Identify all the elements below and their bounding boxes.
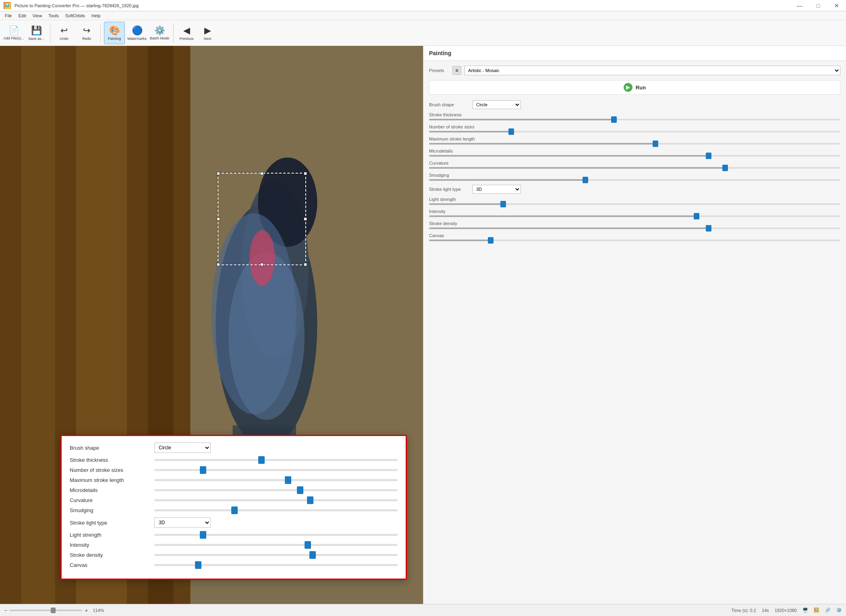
fp-canvas-slider[interactable] [154, 564, 398, 566]
close-button[interactable]: ✕ [827, 0, 846, 11]
fp-brush-shape-select[interactable]: Circle Square Diamond [154, 442, 211, 453]
minimize-button[interactable]: — [790, 0, 809, 11]
fp-stroke-light-select[interactable]: 3D Flat None [154, 517, 211, 528]
size-label: 14s [762, 608, 769, 613]
fp-brush-shape-row: Brush shape Circle Square Diamond [70, 442, 398, 453]
fp-stroke-light-row: Stroke light type 3D Flat None [70, 517, 398, 528]
add-files-button[interactable]: 📄 Add File(s)... [3, 22, 24, 44]
canvas-thumb[interactable] [488, 237, 494, 244]
run-button[interactable]: ▶ Run [429, 80, 840, 95]
light-strength-label: Light strength [429, 197, 840, 202]
curvature-container: Curvature [429, 161, 840, 169]
presets-label: Presets [429, 68, 449, 73]
stroke-light-type-row: Stroke light type 3D Flat None [429, 185, 840, 194]
fp-microdetails-slider[interactable] [154, 489, 398, 491]
stroke-density-thumb[interactable] [706, 225, 711, 232]
next-icon: ▶ [204, 25, 211, 36]
batch-mode-button[interactable]: ⚙️ Batch Mode [149, 22, 170, 44]
save-as-button[interactable]: 💾 Save as... [26, 22, 47, 44]
redo-button[interactable]: ↪ Redo [76, 22, 97, 44]
run-label: Run [636, 85, 646, 91]
titlebar: 🖼️ Picture to Painting Converter Pro — s… [0, 0, 846, 11]
zoom-thumb[interactable] [51, 608, 56, 613]
fp-smudging-slider[interactable] [154, 509, 398, 511]
undo-button[interactable]: ↩ Undo [54, 22, 75, 44]
fp-canvas-thumb[interactable] [195, 561, 201, 569]
separator-1 [50, 23, 50, 43]
fp-num-strokes-row: Number of stroke sizes [70, 467, 398, 473]
fp-canvas-row: Canvas [70, 562, 398, 568]
fp-num-strokes-label: Number of stroke sizes [70, 467, 150, 473]
painting-button[interactable]: 🎨 Painting [104, 22, 125, 44]
fp-smudging-thumb[interactable] [231, 506, 238, 514]
previous-button[interactable]: ◀ Previous [177, 22, 196, 44]
num-stroke-sizes-thumb[interactable] [508, 128, 514, 135]
svg-rect-2 [21, 46, 55, 604]
batch-icon: ⚙️ [154, 25, 165, 36]
menu-tools[interactable]: Tools [45, 12, 62, 19]
brush-shape-select[interactable]: Circle Square Diamond [473, 100, 521, 109]
toolbar: 📄 Add File(s)... 💾 Save as... ↩ Undo ↪ R… [0, 20, 846, 46]
save-icon: 💾 [31, 25, 42, 36]
fp-curvature-slider[interactable] [154, 499, 398, 501]
menu-edit[interactable]: Edit [15, 12, 29, 19]
fp-curvature-thumb[interactable] [307, 496, 313, 504]
presets-select[interactable]: Artistic - Mosaic Oil Paint Watercolor S… [464, 66, 840, 75]
presets-row: Presets ≡ Artistic - Mosaic Oil Paint Wa… [429, 66, 840, 75]
menu-view[interactable]: View [29, 12, 46, 19]
menu-help[interactable]: Help [88, 12, 104, 19]
image-icon[interactable]: 🖼️ [814, 608, 819, 613]
fp-stroke-density-thumb[interactable] [309, 551, 316, 559]
share-icon[interactable]: 🔗 [825, 608, 831, 613]
fp-num-strokes-slider[interactable] [154, 469, 398, 471]
curvature-thumb[interactable] [722, 165, 728, 171]
zoom-in-button[interactable]: + [85, 607, 88, 614]
fp-microdetails-thumb[interactable] [297, 486, 303, 494]
fp-intensity-thumb[interactable] [305, 541, 311, 549]
next-button[interactable]: ▶ Next [198, 22, 217, 44]
monitor-icon[interactable]: 🖥️ [802, 608, 808, 613]
previous-icon: ◀ [183, 25, 190, 36]
zoom-controls: − + 114% [4, 607, 104, 614]
fp-light-strength-thumb[interactable] [200, 531, 206, 539]
fp-stroke-density-slider[interactable] [154, 554, 398, 556]
stroke-thickness-thumb[interactable] [611, 116, 617, 123]
max-stroke-length-slider[interactable] [429, 143, 840, 145]
intensity-thumb[interactable] [694, 213, 699, 219]
stroke-thickness-slider[interactable] [429, 119, 840, 120]
menu-softorbits[interactable]: SoftOrbits [62, 12, 88, 19]
stroke-density-slider[interactable] [429, 227, 840, 229]
fp-light-strength-slider[interactable] [154, 534, 398, 536]
intensity-slider[interactable] [429, 215, 840, 217]
menu-file[interactable]: File [2, 12, 15, 19]
presets-icon[interactable]: ≡ [452, 66, 461, 75]
maximize-button[interactable]: □ [809, 0, 827, 11]
fp-max-stroke-thumb[interactable] [285, 476, 291, 484]
light-strength-thumb[interactable] [500, 201, 506, 207]
curvature-slider[interactable] [429, 167, 840, 169]
max-stroke-length-label: Maximum stroke length [429, 136, 840, 141]
window-title: Picture to Painting Converter Pro — star… [15, 3, 139, 8]
watermarks-button[interactable]: 🔵 Watermarks [126, 22, 147, 44]
microdetails-label: Microdetails [429, 149, 840, 153]
stroke-light-type-select[interactable]: 3D Flat None [473, 185, 521, 194]
smudging-label: Smudging [429, 173, 840, 178]
fp-stroke-thickness-slider[interactable] [154, 459, 398, 461]
microdetails-slider[interactable] [429, 155, 840, 157]
fp-curvature-row: Curvature [70, 497, 398, 503]
microdetails-thumb[interactable] [706, 153, 711, 159]
smudging-slider[interactable] [429, 179, 840, 181]
canvas-slider[interactable] [429, 240, 840, 241]
fp-num-strokes-thumb[interactable] [200, 466, 206, 474]
smudging-thumb[interactable] [583, 177, 588, 183]
fp-intensity-slider[interactable] [154, 544, 398, 546]
num-stroke-sizes-slider[interactable] [429, 131, 840, 132]
settings-icon[interactable]: ⚙️ [836, 608, 842, 613]
canvas-area[interactable]: Brush shape Circle Square Diamond Stroke… [0, 46, 423, 604]
zoom-slider[interactable] [10, 610, 82, 611]
max-stroke-length-thumb[interactable] [653, 141, 658, 147]
zoom-out-button[interactable]: − [4, 607, 7, 614]
fp-max-stroke-slider[interactable] [154, 479, 398, 481]
light-strength-slider[interactable] [429, 203, 840, 205]
fp-stroke-thickness-thumb[interactable] [258, 456, 265, 464]
